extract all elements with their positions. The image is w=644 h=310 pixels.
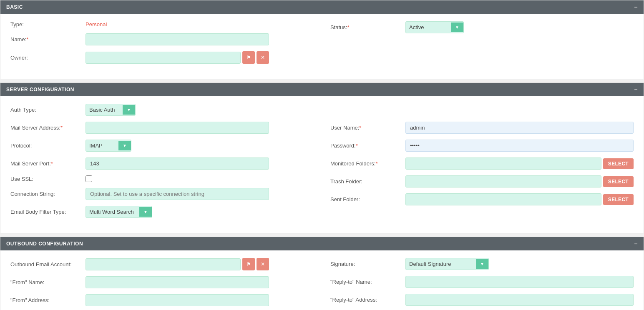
email-filter-label: Email Body Filter Type:	[10, 209, 86, 215]
name-row: Name:*	[10, 33, 314, 45]
outbound-email-group: ⚑ ✕	[86, 258, 269, 270]
email-filter-dropdown-btn[interactable]: ▼	[139, 207, 152, 217]
mail-server-row: Mail Server Address:*	[10, 122, 314, 134]
reply-to-address-row: "Reply-to" Address:	[330, 294, 634, 306]
outbound-flag-button[interactable]: ⚑	[242, 258, 255, 270]
reply-to-name-row: "Reply-to" Name:	[330, 276, 634, 288]
outbound-email-input[interactable]	[86, 258, 241, 270]
sent-folder-label: Sent Folder:	[330, 196, 405, 202]
ssl-row: Use SSL:	[10, 175, 314, 182]
type-label: Type:	[10, 21, 86, 28]
owner-flag-button[interactable]: ⚑	[242, 51, 255, 64]
email-filter-select[interactable]: Multi Word Search Exact Match Regex	[86, 206, 139, 218]
monitored-folders-group: SELECT	[405, 158, 634, 170]
monitored-folders-row: Monitored Folders:* SELECT	[330, 158, 634, 170]
auth-type-row: Auth Type: Basic Auth OAuth2 ▼	[10, 104, 634, 116]
password-input[interactable]	[405, 140, 634, 152]
server-collapse-icon[interactable]: −	[634, 86, 638, 93]
basic-col-left: Type: Personal Name:* Owner: ⚑	[10, 21, 314, 70]
owner-clear-button[interactable]: ✕	[257, 51, 269, 64]
server-title: SERVER CONFIGURATION	[6, 87, 74, 92]
connection-string-input[interactable]	[86, 188, 269, 200]
reply-to-name-input[interactable]	[405, 276, 634, 288]
close-icon: ✕	[261, 55, 265, 60]
auth-dropdown-arrow: ▼	[127, 108, 131, 112]
from-address-input[interactable]	[86, 294, 269, 306]
basic-title: BASIC	[6, 4, 23, 10]
outbound-two-col: Outbound Email Account: ⚑ ✕ "From" Name:	[10, 258, 634, 310]
auth-type-label: Auth Type:	[10, 107, 86, 113]
status-dropdown-arrow: ▼	[455, 25, 459, 30]
outbound-col-right: Signature: Default Signature Custom Sign…	[330, 258, 634, 310]
server-two-col: Mail Server Address:* Protocol: IMAP POP…	[10, 122, 634, 224]
signature-label: Signature:	[330, 261, 405, 267]
protocol-dropdown-btn[interactable]: ▼	[118, 141, 131, 150]
auth-type-select[interactable]: Basic Auth OAuth2	[86, 104, 123, 115]
port-row: Mail Server Port:*	[10, 158, 314, 170]
basic-section: BASIC − Type: Personal Name:* O	[0, 0, 644, 79]
port-input[interactable]	[86, 158, 269, 170]
monitored-folders-label: Monitored Folders:*	[330, 160, 405, 167]
username-input[interactable]	[405, 122, 634, 134]
username-label: User Name:*	[330, 125, 405, 131]
outbound-header: OUTBOUND CONFIGURATION −	[0, 237, 644, 250]
mail-server-label: Mail Server Address:*	[10, 125, 86, 131]
trash-folder-label: Trash Folder:	[330, 178, 405, 185]
from-name-input[interactable]	[86, 276, 269, 288]
mail-server-input[interactable]	[86, 122, 269, 134]
server-col-right: User Name:* Password:* Monitored Folders…	[330, 122, 634, 224]
auth-type-dropdown-wrapper: Basic Auth OAuth2 ▼	[86, 104, 136, 116]
trash-folder-select-btn[interactable]: SELECT	[603, 176, 634, 187]
sent-folder-select-btn[interactable]: SELECT	[603, 194, 634, 205]
protocol-dropdown-wrapper: IMAP POP3 Exchange ▼	[86, 140, 131, 152]
status-select[interactable]: Active Inactive	[406, 22, 451, 33]
protocol-dropdown-arrow: ▼	[123, 143, 127, 148]
basic-header: BASIC −	[0, 0, 644, 14]
auth-type-dropdown-btn[interactable]: ▼	[123, 105, 135, 115]
server-col-left: Mail Server Address:* Protocol: IMAP POP…	[10, 122, 314, 224]
name-required: *	[26, 36, 28, 42]
protocol-label: Protocol:	[10, 142, 86, 149]
type-value: Personal	[86, 21, 107, 28]
status-dropdown-btn[interactable]: ▼	[451, 22, 463, 32]
outbound-section: OUTBOUND CONFIGURATION − Outbound Email …	[0, 237, 644, 310]
trash-folder-input[interactable]	[405, 175, 601, 188]
owner-label: Owner:	[10, 55, 86, 61]
ssl-label: Use SSL:	[10, 176, 86, 182]
basic-collapse-icon[interactable]: −	[634, 4, 638, 10]
signature-row: Signature: Default Signature Custom Sign…	[330, 258, 634, 270]
ssl-checkbox[interactable]	[86, 175, 92, 182]
signature-dropdown-btn[interactable]: ▼	[476, 259, 488, 269]
sent-folder-row: Sent Folder: SELECT	[330, 193, 634, 205]
outbound-clear-button[interactable]: ✕	[257, 258, 269, 270]
reply-to-address-label: "Reply-to" Address:	[330, 297, 405, 303]
status-label: Status:*	[330, 24, 405, 30]
outbound-body: Outbound Email Account: ⚑ ✕ "From" Name:	[0, 250, 644, 310]
outbound-collapse-icon[interactable]: −	[634, 240, 638, 247]
from-name-row: "From" Name:	[10, 276, 314, 288]
basic-two-col: Type: Personal Name:* Owner: ⚑	[10, 21, 634, 70]
type-row: Type: Personal	[10, 21, 314, 28]
name-label: Name:*	[10, 36, 86, 42]
protocol-row: Protocol: IMAP POP3 Exchange ▼	[10, 140, 314, 152]
owner-input[interactable]	[86, 52, 241, 64]
email-filter-dropdown-wrapper: Multi Word Search Exact Match Regex ▼	[86, 206, 152, 218]
name-input[interactable]	[86, 33, 269, 45]
outbound-close-icon: ✕	[261, 261, 265, 267]
server-body: Auth Type: Basic Auth OAuth2 ▼ Mail Serv…	[0, 96, 644, 233]
monitored-folders-select-btn[interactable]: SELECT	[603, 158, 634, 169]
reply-to-name-label: "Reply-to" Name:	[330, 279, 405, 285]
monitored-folders-input[interactable]	[405, 158, 601, 170]
outbound-title: OUTBOUND CONFIGURATION	[6, 241, 83, 247]
server-section: SERVER CONFIGURATION − Auth Type: Basic …	[0, 82, 644, 233]
sent-folder-input[interactable]	[405, 193, 601, 205]
from-address-row: "From" Address:	[10, 294, 314, 306]
signature-select[interactable]: Default Signature Custom Signature None	[406, 258, 476, 270]
reply-to-address-input[interactable]	[405, 294, 634, 306]
connection-string-row: Connection String:	[10, 188, 314, 200]
outbound-email-label: Outbound Email Account:	[10, 261, 86, 268]
protocol-select[interactable]: IMAP POP3 Exchange	[86, 140, 118, 151]
trash-folder-group: SELECT	[405, 175, 634, 188]
email-filter-row: Email Body Filter Type: Multi Word Searc…	[10, 206, 314, 218]
outbound-flag-icon: ⚑	[247, 261, 251, 267]
